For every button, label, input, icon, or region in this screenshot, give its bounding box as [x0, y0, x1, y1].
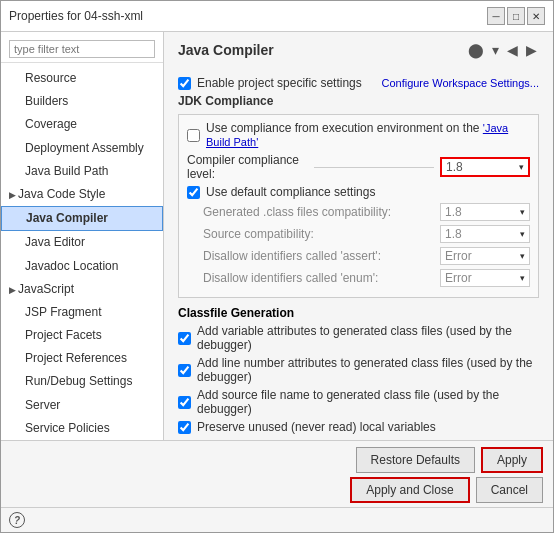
- restore-defaults-button[interactable]: Restore Defaults: [356, 447, 475, 473]
- use-default-row: Use default compliance settings: [187, 185, 530, 199]
- sidebar-item-java-code-style[interactable]: ▶Java Code Style: [1, 183, 163, 206]
- field-row-0: Generated .class files compatibility: 1.…: [203, 203, 530, 221]
- nav-dropdown-icon[interactable]: ▾: [490, 42, 501, 58]
- classfile-cb-2: Add source file name to generated class …: [178, 388, 539, 416]
- minimize-button[interactable]: ─: [487, 7, 505, 25]
- use-compliance-label: Use compliance from execution environmen…: [206, 121, 530, 149]
- properties-dialog: Properties for 04-ssh-xml ─ □ ✕ Resource…: [0, 0, 554, 533]
- main-header: Java Compiler ⬤ ▾ ◀ ▶: [178, 42, 539, 68]
- sidebar-item-deployment-assembly[interactable]: Deployment Assembly: [1, 137, 163, 160]
- classfile-checkbox-2[interactable]: [178, 396, 191, 409]
- panel-title: Java Compiler: [178, 42, 274, 58]
- classfile-checkbox-0[interactable]: [178, 332, 191, 345]
- dialog-content: Resource Builders Coverage Deployment As…: [1, 32, 553, 440]
- field-value-0[interactable]: 1.8 ▾: [440, 203, 530, 221]
- sidebar-item-javascript[interactable]: ▶JavaScript: [1, 278, 163, 301]
- enable-checkbox-row: Enable project specific settings Configu…: [178, 76, 539, 90]
- configure-workspace-link[interactable]: Configure Workspace Settings...: [381, 77, 539, 89]
- sidebar-item-javadoc-location[interactable]: Javadoc Location: [1, 255, 163, 278]
- classfile-checkbox-3[interactable]: [178, 421, 191, 434]
- sidebar-item-coverage[interactable]: Coverage: [1, 113, 163, 136]
- classfile-label-1: Add line number attributes to generated …: [197, 356, 539, 384]
- top-button-row: Restore Defaults Apply: [11, 447, 543, 473]
- enable-label: Enable project specific settings: [197, 76, 362, 90]
- enable-checkbox[interactable]: [178, 77, 191, 90]
- default-fields: Generated .class files compatibility: 1.…: [187, 203, 530, 287]
- sidebar-item-java-build-path[interactable]: Java Build Path: [1, 160, 163, 183]
- help-bar: ?: [1, 507, 553, 532]
- field-label-0: Generated .class files compatibility:: [203, 205, 440, 219]
- field-row-3: Disallow identifiers called 'enum': Erro…: [203, 269, 530, 287]
- classfile-label-0: Add variable attributes to generated cla…: [197, 324, 539, 352]
- expand-arrow-icon2: ▶: [9, 283, 16, 297]
- dropdown-arrow5-icon: ▾: [520, 273, 525, 283]
- sidebar-item-builders[interactable]: Builders: [1, 90, 163, 113]
- sidebar-item-jsp-fragment[interactable]: JSP Fragment: [1, 301, 163, 324]
- dropdown-arrow-icon: ▾: [519, 162, 524, 172]
- bottom-button-row: Apply and Close Cancel: [11, 477, 543, 503]
- use-default-label: Use default compliance settings: [206, 185, 375, 199]
- dropdown-arrow3-icon: ▾: [520, 229, 525, 239]
- field-label-3: Disallow identifiers called 'enum':: [203, 271, 440, 285]
- sidebar-item-resource[interactable]: Resource: [1, 67, 163, 90]
- dropdown-arrow4-icon: ▾: [520, 251, 525, 261]
- field-value-2[interactable]: Error ▾: [440, 247, 530, 265]
- sidebar-item-run-debug-settings[interactable]: Run/Debug Settings: [1, 370, 163, 393]
- use-compliance-row: Use compliance from execution environmen…: [187, 121, 530, 149]
- window-title: Properties for 04-ssh-xml: [9, 9, 143, 23]
- field-row-1: Source compatibility: 1.8 ▾: [203, 225, 530, 243]
- dropdown-arrow2-icon: ▾: [520, 207, 525, 217]
- field-value-1[interactable]: 1.8 ▾: [440, 225, 530, 243]
- sidebar-item-service-policies[interactable]: Service Policies: [1, 417, 163, 440]
- field-value-3[interactable]: Error ▾: [440, 269, 530, 287]
- maximize-button[interactable]: □: [507, 7, 525, 25]
- sidebar-item-java-editor[interactable]: Java Editor: [1, 231, 163, 254]
- classfile-cb-1: Add line number attributes to generated …: [178, 356, 539, 384]
- expand-arrow-icon: ▶: [9, 188, 16, 202]
- field-row-2: Disallow identifiers called 'assert': Er…: [203, 247, 530, 265]
- cancel-button[interactable]: Cancel: [476, 477, 543, 503]
- compliance-level-value[interactable]: 1.8 ▾: [440, 157, 530, 177]
- use-default-checkbox[interactable]: [187, 186, 200, 199]
- jdk-section: JDK Compliance Use compliance from execu…: [178, 94, 539, 298]
- classfile-title: Classfile Generation: [178, 306, 539, 320]
- compliance-level-label: Compiler compliance level:: [187, 153, 308, 181]
- nav-back-icon[interactable]: ⬤: [466, 42, 486, 58]
- field-label-2: Disallow identifiers called 'assert':: [203, 249, 440, 263]
- help-icon[interactable]: ?: [9, 512, 25, 528]
- window-controls: ─ □ ✕: [487, 7, 545, 25]
- jdk-title: JDK Compliance: [178, 94, 539, 108]
- classfile-cb-3: Preserve unused (never read) local varia…: [178, 420, 539, 434]
- apply-button[interactable]: Apply: [481, 447, 543, 473]
- classfile-cb-0: Add variable attributes to generated cla…: [178, 324, 539, 352]
- main-panel: Java Compiler ⬤ ▾ ◀ ▶ Enable project spe…: [164, 32, 553, 440]
- sidebar-item-java-compiler[interactable]: Java Compiler: [1, 206, 163, 231]
- classfile-section: Classfile Generation Add variable attrib…: [178, 306, 539, 440]
- close-button[interactable]: ✕: [527, 7, 545, 25]
- sidebar-item-server[interactable]: Server: [1, 394, 163, 417]
- field-label-1: Source compatibility:: [203, 227, 440, 241]
- classfile-label-3: Preserve unused (never read) local varia…: [197, 420, 436, 434]
- sidebar-item-project-facets[interactable]: Project Facets: [1, 324, 163, 347]
- sidebar: Resource Builders Coverage Deployment As…: [1, 32, 164, 440]
- classfile-label-2: Add source file name to generated class …: [197, 388, 539, 416]
- sidebar-item-project-references[interactable]: Project References: [1, 347, 163, 370]
- apply-and-close-button[interactable]: Apply and Close: [350, 477, 469, 503]
- nav-forward2-icon[interactable]: ▶: [524, 42, 539, 58]
- classfile-checkbox-1[interactable]: [178, 364, 191, 377]
- title-bar: Properties for 04-ssh-xml ─ □ ✕: [1, 1, 553, 32]
- use-compliance-checkbox[interactable]: [187, 129, 200, 142]
- compliance-level-row: Compiler compliance level: 1.8 ▾: [187, 153, 530, 181]
- bottom-area: Restore Defaults Apply Apply and Close C…: [1, 440, 553, 507]
- nav-forward-icon[interactable]: ◀: [505, 42, 520, 58]
- filter-input[interactable]: [9, 40, 155, 58]
